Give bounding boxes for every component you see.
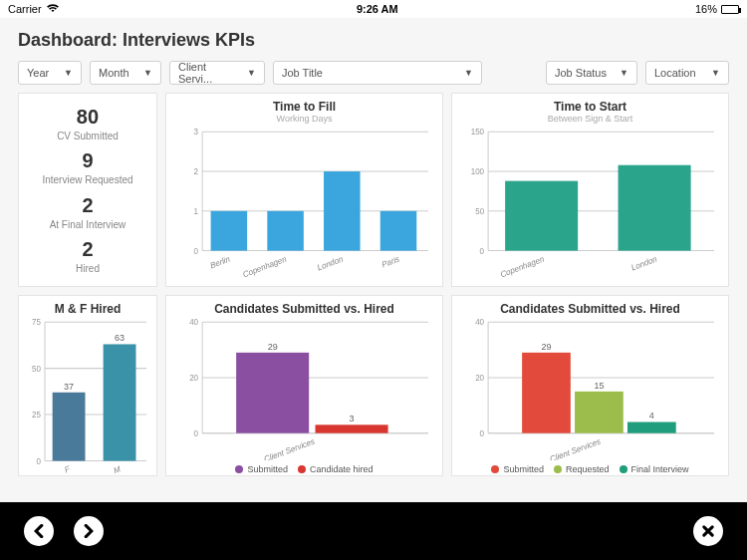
filter-client-servi-[interactable]: Client Servi...▼ xyxy=(169,61,265,85)
chart-subtitle: Working Days xyxy=(174,114,434,124)
svg-text:50: 50 xyxy=(32,365,41,374)
chart-title: Candidates Submitted vs. Hired xyxy=(460,302,720,316)
kpi-value: 9 xyxy=(82,149,93,172)
close-button[interactable] xyxy=(693,516,723,546)
kpi-label: Interview Requested xyxy=(42,174,132,185)
svg-text:2: 2 xyxy=(194,167,199,176)
svg-rect-42 xyxy=(53,393,86,461)
filter-month[interactable]: Month▼ xyxy=(90,61,161,85)
kpi-value: 80 xyxy=(77,106,99,129)
svg-text:100: 100 xyxy=(471,167,485,176)
svg-text:3: 3 xyxy=(350,414,355,423)
svg-text:London: London xyxy=(316,254,345,272)
chart-subtitle: Between Sign & Start xyxy=(460,114,720,124)
kpi-value: 2 xyxy=(82,194,93,217)
svg-text:0: 0 xyxy=(480,247,485,256)
svg-text:0: 0 xyxy=(37,457,42,466)
svg-rect-71 xyxy=(575,392,623,433)
chevron-down-icon: ▼ xyxy=(464,68,473,78)
chart-sub-vs-hired-a: Candidates Submitted vs. Hired 02040293C… xyxy=(165,295,443,476)
chart-title: Time to Fill xyxy=(174,100,434,114)
status-bar: Carrier 9:26 AM 16% xyxy=(0,0,747,18)
legend-item: Submitted xyxy=(491,464,544,474)
legend-item: Final Interview xyxy=(620,464,689,474)
svg-text:29: 29 xyxy=(268,342,278,352)
svg-text:Berlin: Berlin xyxy=(209,254,232,270)
dashboard-content: Dashboard: Interviews KPIs Year▼Month▼Cl… xyxy=(0,18,747,502)
svg-text:4: 4 xyxy=(649,411,654,420)
wifi-icon xyxy=(46,3,60,15)
svg-text:M: M xyxy=(113,464,123,475)
svg-rect-16 xyxy=(380,211,417,251)
chart-title: Candidates Submitted vs. Hired xyxy=(174,302,434,316)
svg-rect-30 xyxy=(619,165,691,251)
svg-text:Client Services: Client Services xyxy=(263,436,316,459)
chart-title: M & F Hired xyxy=(23,302,152,316)
svg-text:15: 15 xyxy=(594,381,604,391)
svg-text:37: 37 xyxy=(64,382,74,392)
chart-sub-vs-hired-b: Candidates Submitted vs. Hired 020402915… xyxy=(451,295,729,476)
svg-text:Copenhagen: Copenhagen xyxy=(499,254,546,279)
chevron-down-icon: ▼ xyxy=(247,68,256,78)
kpi-label: Hired xyxy=(76,263,100,274)
filter-job-title[interactable]: Job Title▼ xyxy=(273,61,482,85)
chart-legend: SubmittedCandidate hired xyxy=(174,460,434,474)
chevron-down-icon: ▼ xyxy=(620,68,628,78)
kpi-summary-card: 80CV Submitted9Interview Requested2At Fi… xyxy=(18,93,157,287)
svg-rect-69 xyxy=(522,353,571,433)
svg-text:0: 0 xyxy=(480,429,485,438)
prev-button[interactable] xyxy=(24,516,54,546)
chart-legend: SubmittedRequestedFinal Interview xyxy=(460,460,720,474)
svg-text:29: 29 xyxy=(541,342,551,352)
svg-text:25: 25 xyxy=(32,411,41,420)
next-button[interactable] xyxy=(74,516,104,546)
chart-title: Time to Start xyxy=(460,100,720,114)
carrier-label: Carrier xyxy=(8,3,42,15)
kpi-item: 2Hired xyxy=(76,238,100,274)
battery-pct: 16% xyxy=(695,3,717,15)
kpi-item: 2At Final Interview xyxy=(50,194,126,230)
page-title: Dashboard: Interviews KPIs xyxy=(18,24,729,61)
svg-text:3: 3 xyxy=(194,128,199,137)
svg-rect-14 xyxy=(324,171,361,251)
chart-mf-hired: M & F Hired 025507537F63M xyxy=(18,295,157,476)
svg-rect-56 xyxy=(236,353,309,433)
bottom-navbar xyxy=(0,502,747,560)
legend-swatch xyxy=(554,465,562,473)
legend-swatch xyxy=(491,465,499,473)
svg-text:Copenhagen: Copenhagen xyxy=(242,254,289,279)
svg-text:F: F xyxy=(64,464,73,475)
kpi-item: 9Interview Requested xyxy=(42,149,132,185)
kpi-item: 80CV Submitted xyxy=(57,106,119,141)
svg-text:40: 40 xyxy=(189,318,198,327)
chart-time-to-fill: Time to Fill Working Days 0123BerlinCope… xyxy=(165,93,443,287)
chart-time-to-start: Time to Start Between Sign & Start 05010… xyxy=(451,93,729,287)
svg-rect-12 xyxy=(267,211,304,251)
svg-rect-45 xyxy=(104,344,136,460)
legend-swatch xyxy=(235,465,243,473)
svg-text:1: 1 xyxy=(194,207,199,216)
filter-location[interactable]: Location▼ xyxy=(645,61,729,85)
svg-text:75: 75 xyxy=(32,318,41,327)
svg-text:20: 20 xyxy=(475,374,484,383)
svg-text:20: 20 xyxy=(189,374,198,383)
svg-rect-73 xyxy=(627,422,676,433)
chevron-down-icon: ▼ xyxy=(143,68,152,78)
filter-job-status[interactable]: Job Status▼ xyxy=(546,61,637,85)
filter-bar: Year▼Month▼Client Servi...▼Job Title▼Job… xyxy=(18,61,729,85)
kpi-label: At Final Interview xyxy=(50,219,126,230)
legend-item: Candidate hired xyxy=(298,464,374,474)
legend-item: Submitted xyxy=(235,464,288,474)
legend-item: Requested xyxy=(554,464,610,474)
svg-text:0: 0 xyxy=(194,247,199,256)
battery-icon xyxy=(721,5,739,14)
chevron-down-icon: ▼ xyxy=(64,68,73,78)
kpi-value: 2 xyxy=(82,238,93,261)
svg-text:0: 0 xyxy=(194,429,199,438)
clock: 9:26 AM xyxy=(357,3,398,15)
svg-text:London: London xyxy=(630,254,659,272)
svg-text:63: 63 xyxy=(115,333,124,343)
svg-text:50: 50 xyxy=(475,207,484,216)
chevron-down-icon: ▼ xyxy=(711,68,720,78)
filter-year[interactable]: Year▼ xyxy=(18,61,82,85)
